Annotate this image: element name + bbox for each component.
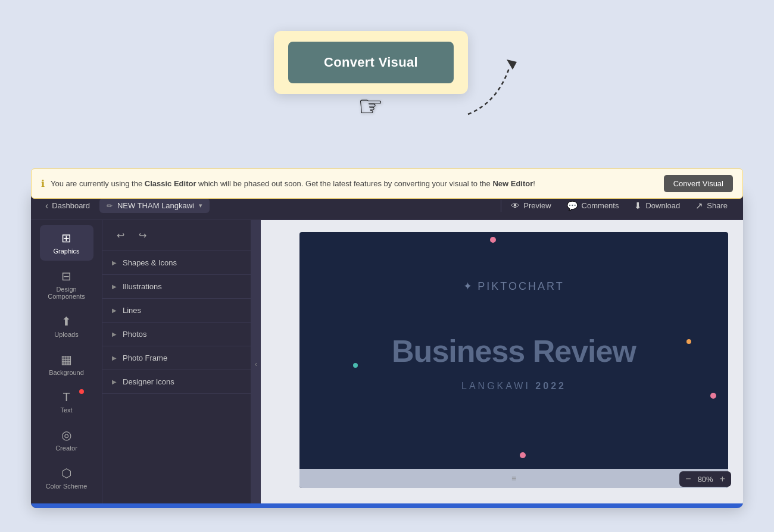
- background-icon: ▦: [61, 352, 72, 367]
- notification-bar: ℹ You are currently using the Classic Ed…: [31, 168, 743, 199]
- piktochart-logo: ✦ PIKTOCHART: [463, 280, 564, 293]
- sidebar-item-uploads[interactable]: ⬆ Uploads: [40, 308, 93, 344]
- dashboard-back-button[interactable]: ‹ Dashboard: [40, 198, 95, 214]
- sidebar-label-color-scheme: Color Scheme: [46, 483, 88, 490]
- decoration-dot: [686, 339, 691, 344]
- convert-visual-tooltip-button[interactable]: Convert Visual: [288, 42, 454, 83]
- share-icon: ↗: [695, 201, 703, 211]
- logo-text: PIKTOCHART: [477, 280, 564, 293]
- graphics-icon: ⊞: [61, 231, 71, 245]
- sidebar-label-graphics: Graphics: [53, 248, 79, 255]
- canvas-title: Business Review: [392, 333, 636, 369]
- panel-collapse-handle[interactable]: ‹: [251, 220, 261, 508]
- redo-button[interactable]: ↪: [134, 227, 151, 243]
- comments-button[interactable]: 💬 Comments: [561, 198, 625, 214]
- panel-item-designer-icons[interactable]: ▶ Designer Icons: [102, 370, 251, 394]
- sidebar-label-background: Background: [49, 369, 84, 376]
- expand-arrow-icon: ▶: [112, 283, 117, 290]
- expand-arrow-icon: ▶: [112, 378, 117, 385]
- sidebar-label-uploads: Uploads: [54, 331, 78, 338]
- subtitle-normal: LANGKAWI: [461, 381, 535, 391]
- uploads-icon: ⬆: [61, 314, 71, 328]
- cursor-icon: ☞: [358, 89, 383, 123]
- panel-controls: ↩ ↪: [102, 220, 251, 251]
- expand-arrow-icon: ▶: [112, 307, 117, 314]
- chevron-down-icon: ▾: [199, 202, 202, 209]
- panel-item-photos[interactable]: ▶ Photos: [102, 323, 251, 346]
- edit-icon: ✏: [107, 202, 113, 210]
- editor-body: ⊞ Graphics ⊟ Design Components ⬆ Uploads…: [31, 220, 743, 508]
- sidebar-item-background[interactable]: ▦ Background: [40, 346, 93, 382]
- project-name: NEW THAM Langkawi: [117, 201, 194, 210]
- canvas-bottom-bar: ≡: [299, 469, 728, 488]
- editor-window: ‹ Dashboard ✏ NEW THAM Langkawi ▾ 👁 Prev…: [31, 192, 743, 508]
- notification-dot: [79, 389, 84, 394]
- subtitle-bold: 2022: [535, 381, 566, 391]
- convert-visual-tooltip: Convert Visual ☞: [274, 31, 468, 123]
- canvas[interactable]: ✦ PIKTOCHART Business Review LANGKAWI 20…: [299, 232, 728, 488]
- preview-button[interactable]: 👁 Preview: [505, 198, 557, 214]
- sidebar-item-graphics[interactable]: ⊞ Graphics: [40, 225, 93, 261]
- download-button[interactable]: ⬇ Download: [628, 198, 686, 214]
- panel-item-shapes-icons[interactable]: ▶ Shapes & Icons: [102, 251, 251, 275]
- expand-arrow-icon: ▶: [112, 355, 117, 361]
- color-scheme-icon: ⬡: [61, 466, 71, 480]
- sidebar-label-text: Text: [60, 406, 72, 414]
- sidebar-label-creator: Creator: [55, 445, 77, 452]
- decoration-dot: [520, 452, 526, 458]
- sidebar-item-text[interactable]: T Text: [40, 384, 93, 420]
- download-icon: ⬇: [634, 201, 642, 211]
- designer-icons-label: Designer Icons: [123, 377, 241, 386]
- dashboard-label: Dashboard: [52, 201, 90, 210]
- decoration-dot: [490, 237, 496, 243]
- top-bar-actions: 👁 Preview 💬 Comments ⬇ Download ↗ Share: [501, 198, 734, 214]
- sidebar-label-design: Design Components: [45, 286, 89, 300]
- notification-convert-button[interactable]: Convert Visual: [664, 175, 733, 192]
- logo-icon: ✦: [463, 280, 474, 293]
- bottom-blue-bar: [31, 503, 743, 508]
- undo-button[interactable]: ↩: [112, 227, 129, 243]
- panel-item-lines[interactable]: ▶ Lines: [102, 299, 251, 323]
- project-tab[interactable]: ✏ NEW THAM Langkawi ▾: [99, 198, 210, 213]
- svg-marker-0: [507, 60, 517, 70]
- info-icon: ℹ: [41, 178, 45, 189]
- text-icon: T: [63, 390, 70, 404]
- sidebar-item-design-components[interactable]: ⊟ Design Components: [40, 263, 93, 306]
- zoom-level: 80%: [695, 475, 716, 484]
- photo-frame-label: Photo Frame: [123, 353, 241, 362]
- decoration-dot: [353, 363, 358, 368]
- back-arrow-icon: ‹: [45, 201, 48, 211]
- comments-icon: 💬: [567, 201, 578, 211]
- canvas-area: ✦ PIKTOCHART Business Review LANGKAWI 20…: [261, 220, 743, 508]
- expand-arrow-icon: ▶: [112, 259, 117, 266]
- tooltip-box: Convert Visual: [274, 31, 468, 94]
- sidebar-item-color-scheme[interactable]: ⬡ Color Scheme: [40, 460, 93, 496]
- graphics-panel: ↩ ↪ ▶ Shapes & Icons ▶ Illustrations ▶ L…: [102, 220, 251, 508]
- panel-item-illustrations[interactable]: ▶ Illustrations: [102, 275, 251, 299]
- sidebar-item-creator[interactable]: ◎ Creator: [40, 422, 93, 458]
- expand-arrow-icon: ▶: [112, 331, 117, 337]
- notification-text: You are currently using the Classic Edit…: [51, 179, 658, 188]
- left-sidebar: ⊞ Graphics ⊟ Design Components ⬆ Uploads…: [31, 220, 102, 508]
- illustrations-label: Illustrations: [123, 282, 241, 291]
- preview-icon: 👁: [511, 201, 520, 211]
- dashed-arrow-icon: [462, 49, 522, 120]
- panel-item-photo-frame[interactable]: ▶ Photo Frame: [102, 346, 251, 370]
- canvas-subtitle: LANGKAWI 2022: [461, 381, 566, 392]
- decoration-dot: [710, 393, 716, 399]
- zoom-in-button[interactable]: +: [720, 474, 725, 484]
- share-button[interactable]: ↗ Share: [689, 198, 734, 214]
- divider: [501, 200, 501, 212]
- creator-icon: ◎: [61, 428, 71, 442]
- photos-label: Photos: [123, 330, 241, 339]
- design-components-icon: ⊟: [61, 269, 71, 283]
- zoom-level-bar: − 80% +: [679, 471, 731, 487]
- scroll-indicator-icon: ≡: [511, 474, 516, 483]
- zoom-out-button[interactable]: −: [685, 474, 691, 484]
- lines-label: Lines: [123, 306, 241, 315]
- shapes-icons-label: Shapes & Icons: [123, 258, 241, 267]
